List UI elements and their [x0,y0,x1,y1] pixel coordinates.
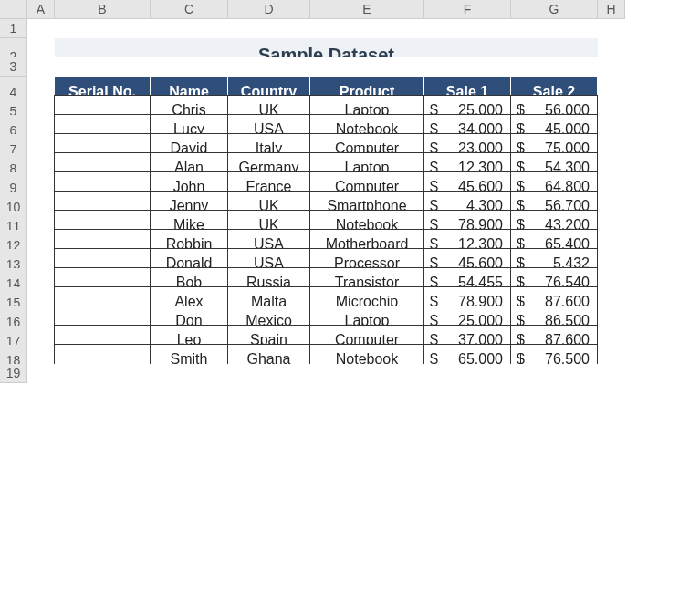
empty-cell[interactable] [151,19,228,38]
empty-cell[interactable] [27,19,55,38]
spreadsheet-grid[interactable]: ABCDEFGH12Sample Dataset34Serial No.Name… [0,0,700,383]
empty-cell[interactable] [228,57,310,77]
empty-cell[interactable] [27,57,55,77]
empty-cell[interactable] [598,57,625,77]
empty-cell[interactable] [598,364,625,383]
row-header-1[interactable]: 1 [0,19,27,38]
col-header-G[interactable]: G [511,0,598,19]
empty-cell[interactable] [424,364,511,383]
empty-cell[interactable] [598,19,625,38]
select-all-corner[interactable] [0,0,27,19]
row-header-3[interactable]: 3 [0,57,27,77]
col-header-C[interactable]: C [151,0,228,19]
empty-cell[interactable] [511,364,598,383]
empty-cell[interactable] [55,364,151,383]
empty-cell[interactable] [310,57,424,77]
empty-cell[interactable] [228,364,310,383]
empty-cell[interactable] [310,364,424,383]
col-header-A[interactable]: A [27,0,55,19]
col-header-D[interactable]: D [228,0,310,19]
empty-cell[interactable] [27,364,55,383]
empty-cell[interactable] [511,57,598,77]
empty-cell[interactable] [310,19,424,38]
col-header-F[interactable]: F [424,0,511,19]
empty-cell[interactable] [55,19,151,38]
col-header-E[interactable]: E [310,0,424,19]
empty-cell[interactable] [424,19,511,38]
empty-cell[interactable] [151,57,228,77]
col-header-H[interactable]: H [598,0,625,19]
col-header-B[interactable]: B [55,0,151,19]
empty-cell[interactable] [424,57,511,77]
empty-cell[interactable] [511,19,598,38]
empty-cell[interactable] [151,364,228,383]
row-header-19[interactable]: 19 [0,364,27,383]
empty-cell[interactable] [55,57,151,77]
empty-cell[interactable] [228,19,310,38]
